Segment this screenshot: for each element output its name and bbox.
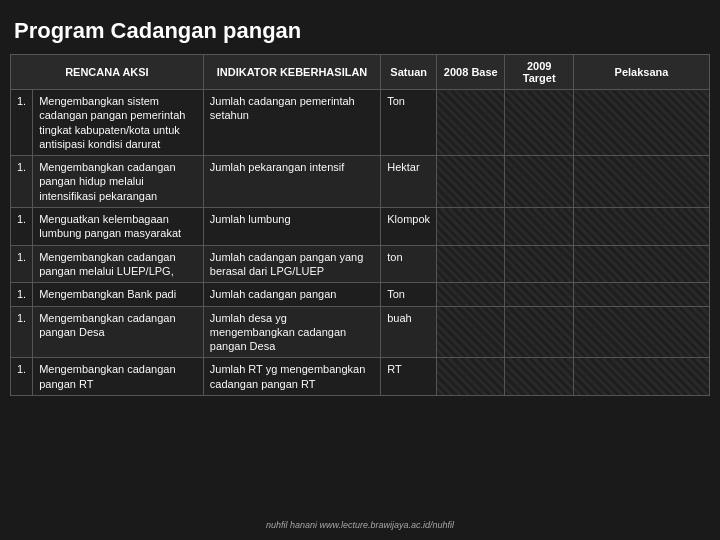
row-satuan: Hektar <box>381 156 437 208</box>
row-rencana: Mengembangkan cadangan pangan Desa <box>33 306 204 358</box>
row-indikator: Jumlah cadangan pemerintah setahun <box>203 90 380 156</box>
table-row: 1.Mengembangkan cadangan pangan hidup me… <box>11 156 710 208</box>
row-2009 <box>505 283 574 306</box>
row-2008 <box>437 208 505 246</box>
row-pelaksana <box>574 208 710 246</box>
footer-text: nuhfil hanani www.lecture.brawijaya.ac.i… <box>10 517 710 530</box>
row-rencana: Menguatkan kelembagaan lumbung pangan ma… <box>33 208 204 246</box>
row-2009 <box>505 156 574 208</box>
row-2009 <box>505 358 574 396</box>
row-satuan: Ton <box>381 283 437 306</box>
header-pelaksana: Pelaksana <box>574 55 710 90</box>
row-pelaksana <box>574 283 710 306</box>
table-row: 1.Mengembangkan cadangan pangan RTJumlah… <box>11 358 710 396</box>
table-row: 1.Mengembangkan sistem cadangan pangan p… <box>11 90 710 156</box>
page-title: Program Cadangan pangan <box>10 10 710 54</box>
row-num: 1. <box>11 283 33 306</box>
row-satuan: buah <box>381 306 437 358</box>
row-num: 1. <box>11 245 33 283</box>
row-num: 1. <box>11 90 33 156</box>
row-rencana: Mengembangkan cadangan pangan RT <box>33 358 204 396</box>
row-2008 <box>437 283 505 306</box>
row-pelaksana <box>574 245 710 283</box>
table-container: RENCANA AKSI INDIKATOR KEBERHASILAN Satu… <box>10 54 710 517</box>
row-num: 1. <box>11 358 33 396</box>
row-indikator: Jumlah cadangan pangan yang berasal dari… <box>203 245 380 283</box>
row-rencana: Mengembangkan Bank padi <box>33 283 204 306</box>
row-indikator: Jumlah pekarangan intensif <box>203 156 380 208</box>
row-num: 1. <box>11 306 33 358</box>
header-2008: 2008 Base <box>437 55 505 90</box>
row-rencana: Mengembangkan sistem cadangan pangan pem… <box>33 90 204 156</box>
row-indikator: Jumlah RT yg mengembangkan cadangan pang… <box>203 358 380 396</box>
row-2009 <box>505 245 574 283</box>
row-rencana: Mengembangkan cadangan pangan melalui LU… <box>33 245 204 283</box>
row-satuan: ton <box>381 245 437 283</box>
row-rencana: Mengembangkan cadangan pangan hidup mela… <box>33 156 204 208</box>
row-2009 <box>505 306 574 358</box>
header-rencana: RENCANA AKSI <box>11 55 204 90</box>
row-satuan: Ton <box>381 90 437 156</box>
row-2008 <box>437 156 505 208</box>
header-indikator: INDIKATOR KEBERHASILAN <box>203 55 380 90</box>
row-pelaksana <box>574 90 710 156</box>
row-pelaksana <box>574 156 710 208</box>
header-satuan: Satuan <box>381 55 437 90</box>
row-2009 <box>505 208 574 246</box>
row-pelaksana <box>574 358 710 396</box>
row-pelaksana <box>574 306 710 358</box>
row-2008 <box>437 358 505 396</box>
table-row: 1.Menguatkan kelembagaan lumbung pangan … <box>11 208 710 246</box>
row-2008 <box>437 306 505 358</box>
row-num: 1. <box>11 208 33 246</box>
row-indikator: Jumlah cadangan pangan <box>203 283 380 306</box>
row-num: 1. <box>11 156 33 208</box>
table-row: 1.Mengembangkan cadangan pangan DesaJuml… <box>11 306 710 358</box>
row-2008 <box>437 90 505 156</box>
row-satuan: Klompok <box>381 208 437 246</box>
row-indikator: Jumlah lumbung <box>203 208 380 246</box>
main-table: RENCANA AKSI INDIKATOR KEBERHASILAN Satu… <box>10 54 710 396</box>
table-row: 1.Mengembangkan Bank padiJumlah cadangan… <box>11 283 710 306</box>
row-2009 <box>505 90 574 156</box>
table-row: 1.Mengembangkan cadangan pangan melalui … <box>11 245 710 283</box>
row-satuan: RT <box>381 358 437 396</box>
row-indikator: Jumlah desa yg mengembangkan cadangan pa… <box>203 306 380 358</box>
header-2009: 2009 Target <box>505 55 574 90</box>
row-2008 <box>437 245 505 283</box>
